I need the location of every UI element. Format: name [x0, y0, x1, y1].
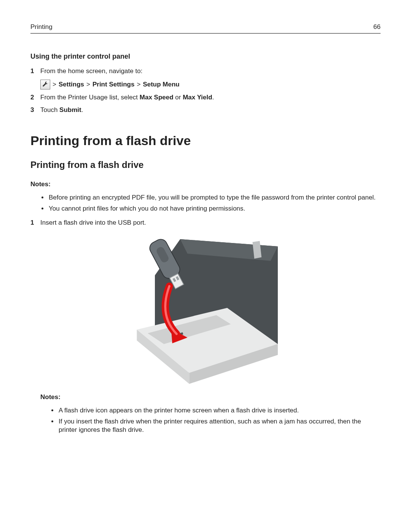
step-3: 3 Touch Submit.: [30, 106, 381, 115]
notes-label-1: Notes:: [30, 180, 381, 189]
notes-block-2: Notes: A flash drive icon appears on the…: [40, 393, 381, 435]
text-fragment: .: [81, 106, 83, 113]
path-sep: >: [53, 80, 56, 89]
step-text: From the Printer Usage list, select Max …: [40, 93, 381, 102]
path-print-settings: Print Settings: [92, 80, 135, 89]
text-bold: Submit: [59, 106, 81, 113]
step-2: 2 From the Printer Usage list, select Ma…: [30, 93, 381, 102]
notes-list-2: A flash drive icon appears on the printe…: [40, 406, 381, 435]
notes-label-2: Notes:: [40, 393, 381, 402]
path-settings: Settings: [59, 80, 84, 89]
path-sep: >: [86, 80, 90, 89]
text-fragment: Touch: [40, 106, 59, 113]
step-number: 1: [30, 219, 40, 227]
text-fragment: .: [212, 94, 214, 101]
text-fragment: From the Printer Usage list, select: [40, 94, 140, 101]
note-item: You cannot print files for which you do …: [48, 204, 381, 213]
path-sep: >: [137, 80, 140, 89]
step-number: 1: [30, 67, 40, 76]
printer-usb-illustration: [30, 232, 381, 386]
subheading-printing-flash-drive: Printing from a flash drive: [30, 159, 381, 171]
notes-list-1: Before printing an encrypted PDF file, y…: [30, 193, 381, 213]
step-text: From the home screen, navigate to:: [40, 67, 381, 76]
steps-list-1: 1 From the home screen, navigate to: > S…: [30, 67, 381, 115]
heading-printing-flash-drive: Printing from a flash drive: [30, 132, 381, 150]
note-item: A flash drive icon appears on the printe…: [58, 406, 381, 415]
text-bold: Max Yield: [183, 94, 212, 101]
note-item: If you insert the flash drive when the p…: [58, 417, 381, 435]
page-header: Printing 66: [30, 23, 381, 34]
step-insert-flash: 1 Insert a flash drive into the USB port…: [30, 219, 381, 227]
header-page-number: 66: [373, 23, 381, 32]
step-number: 2: [30, 93, 40, 102]
wrench-icon: [40, 80, 50, 89]
path-setup-menu: Setup Menu: [143, 80, 179, 89]
steps-list-flash: 1 Insert a flash drive into the USB port…: [30, 219, 381, 227]
step-text: Insert a flash drive into the USB port.: [40, 219, 381, 227]
step-text: Touch Submit.: [40, 106, 381, 115]
step-1: 1 From the home screen, navigate to:: [30, 67, 381, 76]
text-fragment: or: [174, 94, 183, 101]
header-section: Printing: [30, 23, 53, 32]
step-number: 3: [30, 106, 40, 115]
note-item: Before printing an encrypted PDF file, y…: [48, 193, 381, 202]
navigation-path: > Settings > Print Settings > Setup Menu: [40, 80, 381, 89]
section-title-control-panel: Using the printer control panel: [30, 52, 381, 61]
text-bold: Max Speed: [140, 94, 174, 101]
